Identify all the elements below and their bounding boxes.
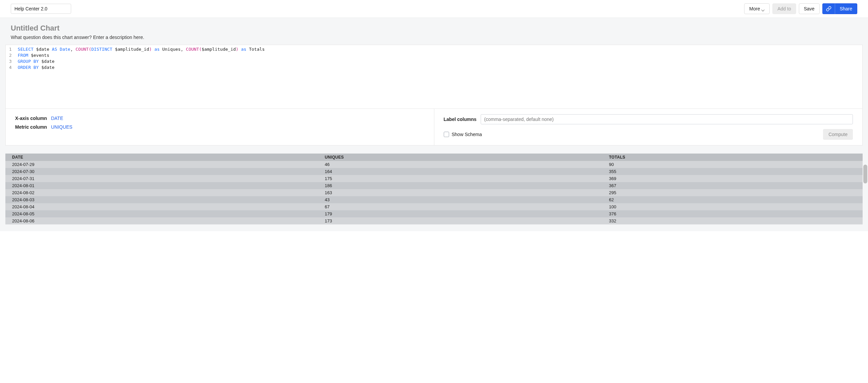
metric-config: Metric column UNIQUES — [15, 124, 425, 130]
table-cell: 367 — [602, 182, 863, 189]
main-area: Untitled Chart What question does this c… — [0, 18, 868, 231]
show-schema-row: Show Schema — [444, 132, 482, 137]
table-row[interactable]: 2024-08-034362 — [5, 196, 863, 203]
chart-description[interactable]: What question does this chart answer? En… — [11, 35, 857, 40]
table-cell: 175 — [318, 175, 602, 182]
save-label: Save — [804, 6, 815, 11]
topbar: Help Center 2.0 More Add to Save Share — [0, 0, 868, 18]
table-cell: 2024-08-05 — [5, 210, 318, 217]
table-cell: 2024-07-31 — [5, 175, 318, 182]
table-row[interactable]: 2024-07-31175369 — [5, 175, 863, 182]
more-label: More — [749, 6, 760, 11]
table-cell: 295 — [602, 189, 863, 196]
table-row[interactable]: 2024-08-02163295 — [5, 189, 863, 196]
share-button[interactable]: Share — [835, 3, 857, 14]
config-right-row2: Show Schema Compute — [444, 129, 853, 140]
table-cell: 2024-07-30 — [5, 168, 318, 175]
table-cell: 67 — [318, 203, 602, 210]
table-row[interactable]: 2024-08-01186367 — [5, 182, 863, 189]
label-columns-row: Label columns — [444, 114, 853, 124]
query-panel: 1234 SELECT $date AS Date, COUNT(DISTINC… — [5, 45, 863, 145]
title-block: Untitled Chart What question does this c… — [0, 18, 868, 45]
table-row[interactable]: 2024-07-30164355 — [5, 168, 863, 175]
table-cell: 2024-08-03 — [5, 196, 318, 203]
table-cell: 376 — [602, 210, 863, 217]
table-cell: 355 — [602, 168, 863, 175]
label-columns-input[interactable] — [480, 114, 853, 124]
xaxis-label: X-axis column — [15, 116, 47, 121]
scrollbar[interactable] — [863, 165, 867, 183]
table-cell: 2024-08-01 — [5, 182, 318, 189]
table-header-cell[interactable]: DATE — [5, 153, 318, 161]
table-cell: 173 — [318, 217, 602, 225]
table-row[interactable]: 2024-08-06173332 — [5, 217, 863, 225]
metric-label: Metric column — [15, 124, 47, 130]
table-row[interactable]: 2024-07-294690 — [5, 161, 863, 168]
table-cell: 179 — [318, 210, 602, 217]
config-row: X-axis column DATE Metric column UNIQUES… — [6, 109, 862, 145]
table-cell: 46 — [318, 161, 602, 168]
code-lines: SELECT $date AS Date, COUNT(DISTINCT $am… — [18, 47, 265, 107]
label-columns-label: Label columns — [444, 117, 477, 122]
xaxis-config: X-axis column DATE — [15, 116, 425, 121]
add-to-button[interactable]: Add to — [772, 3, 796, 14]
table-cell: 163 — [318, 189, 602, 196]
table-body: 2024-07-2946902024-07-301643552024-07-31… — [5, 161, 863, 225]
save-button[interactable]: Save — [799, 3, 820, 14]
table-cell: 186 — [318, 182, 602, 189]
xaxis-value[interactable]: DATE — [51, 116, 63, 121]
more-button[interactable]: More — [744, 3, 770, 14]
table-cell: 332 — [602, 217, 863, 225]
results-table: DATEUNIQUESTOTALS 2024-07-2946902024-07-… — [5, 153, 863, 225]
table-cell: 90 — [602, 161, 863, 168]
table-cell: 2024-08-02 — [5, 189, 318, 196]
table-cell: 164 — [318, 168, 602, 175]
table-row[interactable]: 2024-08-0467100 — [5, 203, 863, 210]
metric-value[interactable]: UNIQUES — [51, 124, 72, 130]
table-cell: 369 — [602, 175, 863, 182]
project-name: Help Center 2.0 — [14, 6, 47, 11]
share-group: Share — [823, 3, 857, 14]
show-schema-label: Show Schema — [452, 132, 482, 137]
show-schema-checkbox[interactable] — [444, 132, 449, 137]
table-cell: 62 — [602, 196, 863, 203]
table-cell: 100 — [602, 203, 863, 210]
config-right: Label columns Show Schema Compute — [434, 109, 863, 145]
topbar-actions: More Add to Save Share — [744, 3, 857, 14]
config-left: X-axis column DATE Metric column UNIQUES — [6, 109, 434, 145]
line-gutter: 1234 — [9, 47, 18, 107]
table-cell: 43 — [318, 196, 602, 203]
table-cell: 2024-07-29 — [5, 161, 318, 168]
share-label: Share — [840, 6, 852, 11]
chart-title[interactable]: Untitled Chart — [11, 24, 857, 33]
table-cell: 2024-08-06 — [5, 217, 318, 225]
results-table-wrapper: DATEUNIQUESTOTALS 2024-07-2946902024-07-… — [5, 153, 863, 225]
add-to-label: Add to — [777, 6, 791, 11]
project-selector[interactable]: Help Center 2.0 — [11, 4, 71, 14]
share-link-button[interactable] — [823, 3, 835, 14]
link-icon — [826, 6, 831, 11]
compute-button[interactable]: Compute — [823, 129, 853, 140]
chevron-down-icon — [761, 7, 765, 10]
table-header-row: DATEUNIQUESTOTALS — [5, 153, 863, 161]
table-cell: 2024-08-04 — [5, 203, 318, 210]
sql-editor[interactable]: 1234 SELECT $date AS Date, COUNT(DISTINC… — [6, 45, 862, 109]
table-row[interactable]: 2024-08-05179376 — [5, 210, 863, 217]
table-header-cell[interactable]: TOTALS — [602, 153, 863, 161]
table-header-cell[interactable]: UNIQUES — [318, 153, 602, 161]
